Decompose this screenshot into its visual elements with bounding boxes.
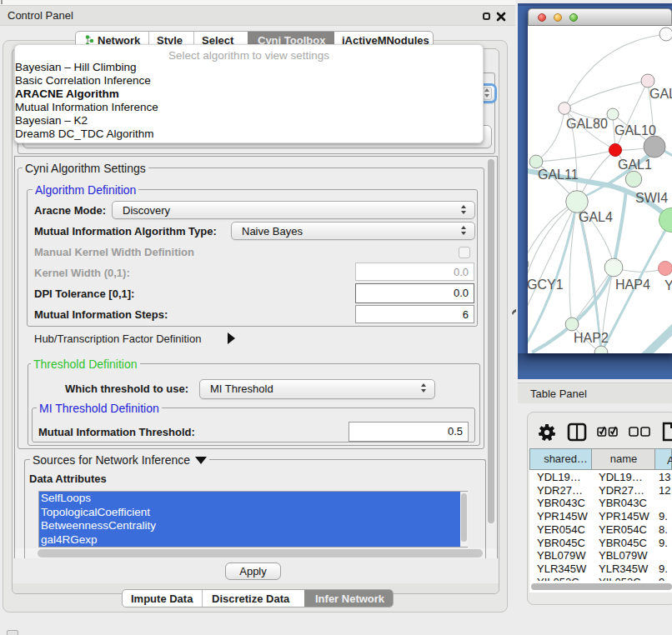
svg-text:GCY1: GCY1 bbox=[528, 278, 564, 292]
svg-text:SWI4: SWI4 bbox=[635, 191, 668, 205]
svg-text:GAL11: GAL11 bbox=[538, 168, 579, 182]
svg-text:GAL: GAL bbox=[649, 87, 672, 101]
svg-text:Y: Y bbox=[664, 278, 672, 292]
svg-text:GAL80: GAL80 bbox=[566, 117, 608, 131]
svg-text:HAP4: HAP4 bbox=[615, 278, 650, 292]
svg-text:HAP2: HAP2 bbox=[574, 331, 609, 345]
svg-text:GAL4: GAL4 bbox=[579, 210, 613, 224]
svg-text:GAL10: GAL10 bbox=[614, 123, 656, 138]
svg-text:GAL1: GAL1 bbox=[618, 158, 652, 172]
